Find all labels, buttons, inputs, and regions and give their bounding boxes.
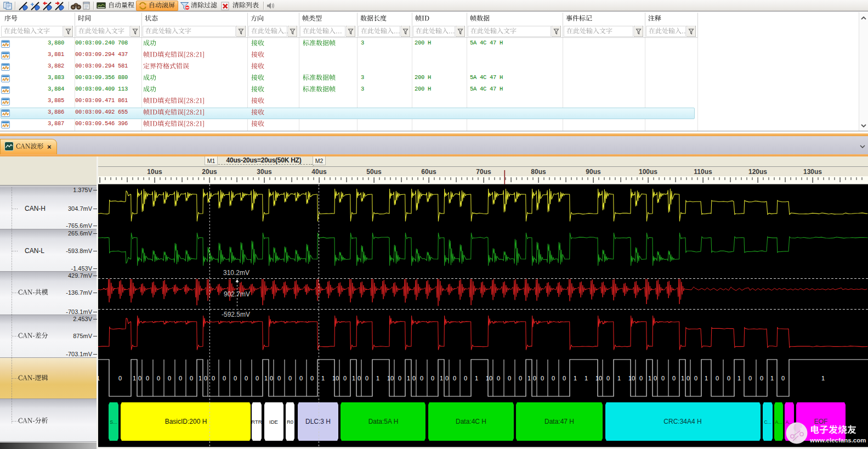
svg-text:130us: 130us bbox=[803, 168, 822, 176]
svg-text:S...: S... bbox=[110, 419, 117, 425]
svg-text:IDE: IDE bbox=[269, 419, 278, 425]
svg-text:1: 1 bbox=[198, 375, 202, 381]
svg-text:0: 0 bbox=[299, 375, 303, 381]
svg-text:Data:5A H: Data:5A H bbox=[368, 418, 399, 425]
svg-text:1: 1 bbox=[737, 375, 741, 381]
svg-text:40us: 40us bbox=[311, 168, 327, 176]
svg-text:0: 0 bbox=[760, 375, 763, 381]
svg-text:0: 0 bbox=[157, 375, 160, 381]
svg-text:C...: C... bbox=[764, 419, 771, 425]
svg-text:70us: 70us bbox=[476, 168, 491, 176]
svg-text:1: 1 bbox=[705, 375, 708, 381]
svg-text:0: 0 bbox=[190, 375, 193, 381]
svg-text:0: 0 bbox=[445, 375, 449, 381]
svg-text:1: 1 bbox=[376, 375, 379, 381]
svg-text:0: 0 bbox=[552, 375, 555, 381]
svg-text:1: 1 bbox=[527, 375, 531, 381]
svg-text:Data:4C H: Data:4C H bbox=[456, 418, 486, 425]
svg-text:0: 0 bbox=[412, 375, 416, 381]
svg-text:1: 1 bbox=[321, 375, 325, 381]
svg-text:0: 0 bbox=[256, 375, 259, 381]
svg-text:310.2mV: 310.2mV bbox=[223, 269, 249, 277]
svg-text:0: 0 bbox=[727, 375, 730, 381]
svg-text:1: 1 bbox=[617, 375, 621, 381]
svg-text:RTR: RTR bbox=[251, 419, 262, 425]
svg-text:0: 0 bbox=[639, 375, 643, 381]
svg-text:0: 0 bbox=[533, 375, 536, 381]
svg-text:0: 0 bbox=[431, 375, 434, 381]
svg-text:-592.5mV: -592.5mV bbox=[222, 311, 250, 318]
svg-text:60us: 60us bbox=[421, 168, 436, 176]
svg-text:80us: 80us bbox=[531, 168, 546, 176]
svg-text:0: 0 bbox=[781, 375, 785, 381]
svg-text:0: 0 bbox=[179, 375, 182, 381]
svg-text:1: 1 bbox=[475, 375, 478, 381]
svg-text:0: 0 bbox=[748, 375, 752, 381]
svg-text:0: 0 bbox=[632, 375, 635, 381]
svg-text:0: 0 bbox=[599, 375, 602, 381]
svg-text:0: 0 bbox=[168, 375, 171, 381]
svg-text:CRC:34A4 H: CRC:34A4 H bbox=[663, 418, 701, 425]
svg-text:0: 0 bbox=[212, 375, 215, 381]
svg-text:0: 0 bbox=[358, 375, 361, 381]
svg-text:1: 1 bbox=[440, 375, 443, 381]
svg-text:0: 0 bbox=[716, 375, 719, 381]
svg-text:0: 0 bbox=[288, 375, 292, 381]
svg-text:110us: 110us bbox=[694, 168, 712, 176]
svg-text:0: 0 bbox=[420, 375, 423, 381]
svg-text:1: 1 bbox=[133, 375, 136, 381]
svg-text:0: 0 bbox=[146, 375, 149, 381]
svg-text:0: 0 bbox=[390, 375, 394, 381]
svg-text:1: 1 bbox=[352, 375, 355, 381]
svg-text:0: 0 bbox=[234, 375, 237, 381]
svg-text:0: 0 bbox=[687, 375, 690, 381]
svg-text:1: 1 bbox=[98, 375, 100, 381]
svg-text:1: 1 bbox=[821, 375, 825, 381]
svg-text:R0: R0 bbox=[287, 419, 293, 425]
svg-text:0: 0 bbox=[672, 375, 676, 381]
svg-text:0: 0 bbox=[519, 375, 522, 381]
svg-text:0: 0 bbox=[223, 375, 226, 381]
svg-text:0: 0 bbox=[277, 375, 281, 381]
svg-text:0: 0 bbox=[118, 375, 122, 381]
svg-text:1: 1 bbox=[574, 375, 577, 381]
svg-text:0: 0 bbox=[245, 375, 248, 381]
svg-text:30us: 30us bbox=[257, 168, 272, 176]
svg-text:100us: 100us bbox=[639, 168, 657, 176]
svg-text:0: 0 bbox=[270, 375, 273, 381]
svg-text:0: 0 bbox=[541, 375, 544, 381]
svg-text:902.7mV: 902.7mV bbox=[224, 290, 250, 298]
svg-text:120us: 120us bbox=[748, 168, 767, 176]
svg-text:50us: 50us bbox=[366, 168, 382, 176]
svg-text:90us: 90us bbox=[586, 168, 601, 176]
svg-text:0: 0 bbox=[508, 375, 511, 381]
svg-text:0: 0 bbox=[694, 375, 697, 381]
svg-text:1: 1 bbox=[681, 375, 684, 381]
svg-text:0: 0 bbox=[606, 375, 610, 381]
svg-text:0: 0 bbox=[464, 375, 467, 381]
svg-text:EOF: EOF bbox=[814, 418, 828, 425]
svg-text:0: 0 bbox=[343, 375, 347, 381]
svg-text:0: 0 bbox=[453, 375, 456, 381]
svg-text:0: 0 bbox=[138, 375, 141, 381]
svg-text:0: 0 bbox=[654, 375, 657, 381]
svg-text:1: 1 bbox=[407, 375, 410, 381]
svg-text:0: 0 bbox=[365, 375, 368, 381]
svg-text:A...: A... bbox=[775, 419, 782, 425]
svg-text:0: 0 bbox=[336, 375, 339, 381]
svg-text:Data:47 H: Data:47 H bbox=[544, 418, 574, 425]
svg-text:0: 0 bbox=[563, 375, 566, 381]
svg-text:10us: 10us bbox=[147, 168, 162, 176]
svg-text:1: 1 bbox=[585, 375, 588, 381]
svg-text:0: 0 bbox=[398, 375, 401, 381]
svg-text:0: 0 bbox=[204, 375, 207, 381]
svg-text:0: 0 bbox=[310, 375, 314, 381]
svg-text:0: 0 bbox=[489, 375, 492, 381]
svg-text:0: 0 bbox=[497, 375, 500, 381]
svg-text:1: 1 bbox=[770, 375, 774, 381]
svg-text:1: 1 bbox=[648, 375, 651, 381]
svg-text:DLC:3 H: DLC:3 H bbox=[305, 418, 331, 425]
svg-text:20us: 20us bbox=[202, 168, 217, 176]
svg-text:1: 1 bbox=[264, 375, 268, 381]
svg-text:BasicID:200 H: BasicID:200 H bbox=[165, 418, 207, 425]
